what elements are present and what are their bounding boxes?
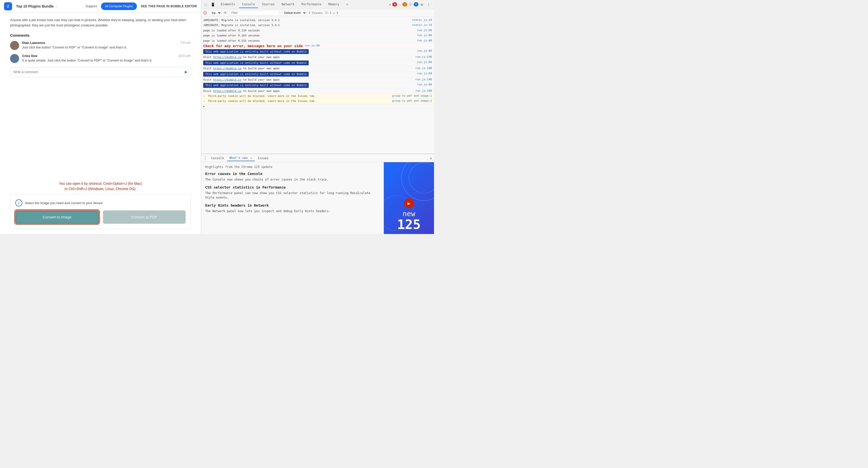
comment-header: Criss Doe 10:21 pm: [22, 54, 191, 58]
bubble-badge: This web application is entirely built w…: [203, 61, 309, 65]
convert-section: i Select the image you need and convert …: [10, 194, 191, 229]
bottom-content: Highlights from the Chrome 125 update Er…: [201, 162, 434, 234]
section-title: Early Hints headers in Network: [205, 204, 380, 208]
console-message: page is loaded after 0.219 seconds run.j…: [201, 28, 434, 33]
console-message: page is loaded after 0.155 seconds run.j…: [201, 38, 434, 43]
console-expand-arrow[interactable]: ▶: [201, 104, 434, 109]
warn-icon: ⚠: [203, 94, 205, 97]
bubble-badge: This web application is entirely built w…: [203, 83, 309, 88]
comment-input-area: ➤: [10, 67, 191, 77]
app-logo: Z: [4, 2, 12, 10]
devtools-panel: ⬚ 📱 Elements Console Sources Network Per…: [201, 0, 434, 234]
devtools-bottom-panel: ⋮ Console What's new ✕ Issues ✕ Highligh…: [201, 154, 434, 234]
support-link[interactable]: Support: [85, 4, 97, 8]
bubble-link[interactable]: https://bubble.io: [213, 89, 242, 93]
tab-console-bottom[interactable]: Console: [209, 155, 226, 161]
whats-new-section: Error causes in the Console The Console …: [205, 172, 380, 182]
section-title: CSS selector statistics in Performance: [205, 185, 380, 189]
all-plugins-button[interactable]: All Zeroqode Plugins: [101, 2, 137, 10]
comment-send-icon[interactable]: ➤: [184, 69, 188, 75]
tab-issues[interactable]: Issues: [255, 155, 271, 161]
bubble-badge: This web application is entirely built w…: [203, 49, 309, 54]
avatar: C: [10, 54, 19, 63]
console-message: Visit https://bubble.io to build your ow…: [201, 55, 434, 60]
comment-name: Dian Lawrence: [22, 41, 45, 45]
section-text: The Network panel now lets you inspect a…: [205, 209, 380, 213]
tab-console[interactable]: Console: [239, 1, 258, 8]
comment-item: C Criss Doe 10:21 pm It is quite simple.…: [10, 54, 191, 63]
warn-badge: 3: [402, 2, 407, 6]
log-level-select[interactable]: Default levels: [281, 10, 307, 15]
more-options-icon[interactable]: ⋮: [426, 1, 432, 7]
console-message: Visit https://bubble.io to build your ow…: [201, 89, 434, 94]
settings-icon[interactable]: ⚙: [420, 1, 425, 7]
eye-icon[interactable]: 👁: [223, 11, 227, 15]
bubble-badge: This web application is entirely built w…: [203, 72, 309, 76]
whats-new-section: Early Hints headers in Network The Netwo…: [205, 204, 380, 213]
bubble-link[interactable]: https://bubble.io: [213, 78, 242, 81]
play-icon[interactable]: ▶: [404, 198, 414, 208]
console-bubble-msg: This web application is entirely built w…: [201, 71, 434, 77]
bubble-editor-button[interactable]: SEE THIS PAGE IN BUBBLE EDITOR: [141, 4, 197, 8]
whats-new-close-icon[interactable]: ✕: [250, 156, 252, 160]
annotation-text: You can open it by shortcut: Cmd+Option+…: [10, 179, 191, 194]
comment-input[interactable]: [13, 70, 184, 74]
convert-to-image-button[interactable]: Convert to Image: [15, 210, 99, 224]
info-icon: i: [15, 199, 22, 207]
check-error-text: Check for any error, messages here on yo…: [203, 44, 303, 48]
comments-heading: Comments: [10, 33, 191, 37]
comment-text: It is quite simple. Just click the butto…: [22, 59, 191, 62]
expand-icon[interactable]: ▶: [203, 104, 205, 108]
console-bubble-msg: This web application is entirely built w…: [201, 49, 434, 55]
whats-new-section: CSS selector statistics in Performance T…: [205, 185, 380, 200]
app-content: Anyone with a pet knows how cute they ca…: [0, 12, 201, 179]
comment-body: Criss Doe 10:21 pm It is quite simple. J…: [22, 54, 191, 63]
console-message: JQMIGRATE: Migrate is installed, version…: [201, 18, 434, 23]
bottom-panel-close-icon[interactable]: ✕: [430, 156, 432, 160]
chrome-update-thumbnail[interactable]: ▶ new 125: [384, 162, 434, 234]
svg-point-1: [409, 163, 434, 193]
comment-body: Dian Lawrence 7:21 pm Just click the but…: [22, 41, 191, 50]
tab-elements[interactable]: Elements: [217, 1, 238, 8]
bottom-tabs: ⋮ Console What's new ✕ Issues ✕: [201, 154, 434, 162]
console-message: Visit https://bubble.io to build your ow…: [201, 77, 434, 82]
app-title-arrow: ›: [56, 5, 57, 8]
svg-point-0: [401, 162, 434, 200]
console-messages: JQMIGRATE: Migrate is installed, version…: [201, 17, 434, 154]
tab-sources[interactable]: Sources: [259, 1, 278, 8]
highlights-text: Highlights from the Chrome 125 update: [205, 165, 380, 169]
console-check-error: Check for any error, messages here on yo…: [201, 43, 434, 49]
app-title: Top 15 Plugins Bundle ›: [16, 4, 57, 8]
inspect-icon[interactable]: ⬚: [203, 1, 208, 7]
comment-time: 7:21 pm: [180, 41, 191, 45]
console-warn-msg: ⚠ Third-party cookie will be blocked. Le…: [201, 94, 434, 99]
bubble-link[interactable]: https://bubble.io: [213, 56, 242, 59]
comment-time: 10:21 pm: [178, 54, 191, 58]
console-bubble-msg: This web application is entirely built w…: [201, 82, 434, 88]
comment-item: D Dian Lawrence 7:21 pm Just click the b…: [10, 41, 191, 50]
warn-icon: ⚠: [203, 99, 205, 102]
console-message: Visit https://bubble.io to build your ow…: [201, 66, 434, 71]
section-text: The Console now shows you chains of erro…: [205, 177, 380, 182]
tab-network[interactable]: Network: [279, 1, 298, 8]
convert-to-pdf-button[interactable]: Convert to PDF: [103, 210, 186, 224]
console-filter-input[interactable]: [229, 10, 279, 15]
devtools-header: ⬚ 📱 Elements Console Sources Network Per…: [201, 0, 434, 9]
app-nav: Z Top 15 Plugins Bundle › Support All Ze…: [0, 0, 201, 12]
tab-whats-new[interactable]: What's new ✕: [227, 155, 255, 161]
bottom-menu-icon[interactable]: ⋮: [203, 156, 207, 160]
console-toolbar: 🚫 top 👁 Default levels 4 Issues: ⓘ 1 △ 3: [201, 9, 434, 17]
tab-performance[interactable]: Performance: [299, 1, 324, 8]
left-panel: Z Top 15 Plugins Bundle › Support All Ze…: [0, 0, 201, 234]
section-title: Error causes in the Console: [205, 172, 380, 176]
info-badge: 1: [414, 2, 418, 6]
bubble-link[interactable]: https://bubble.io: [213, 67, 242, 70]
comments-section: Comments D Dian Lawrence 7:21 pm Just cl…: [10, 33, 191, 77]
error-badge: 4: [392, 2, 397, 6]
tab-memory[interactable]: Memory: [325, 1, 342, 8]
device-icon[interactable]: 📱: [209, 1, 217, 7]
context-select[interactable]: top: [209, 10, 221, 15]
console-warn-msg: ⚠ Third-party cookie will be blocked. Le…: [201, 99, 434, 104]
tab-more[interactable]: »: [343, 1, 351, 8]
console-message: page is loaded after 0.163 seconds run.j…: [201, 33, 434, 38]
